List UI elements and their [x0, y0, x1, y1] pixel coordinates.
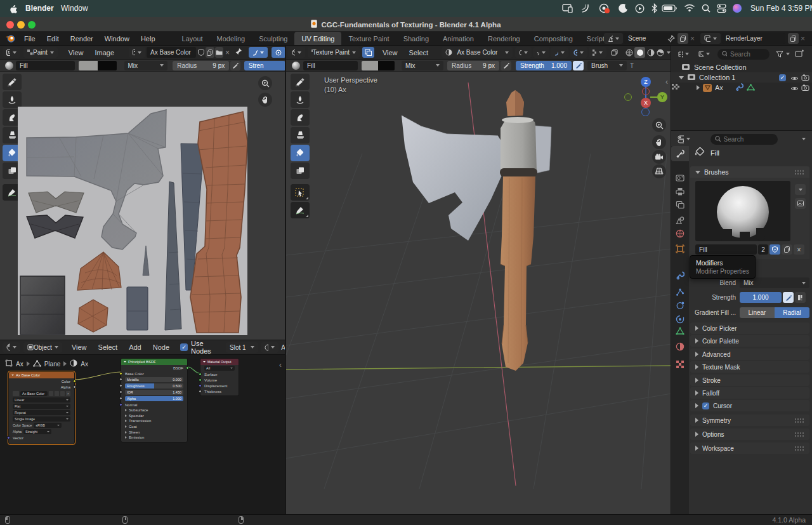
snap-toggle-clipped[interactable]	[272, 47, 285, 58]
outliner-row-ax-object[interactable]: Ax	[671, 83, 812, 93]
copy-scene-button[interactable]	[678, 33, 688, 44]
shading-rendered-button[interactable]	[656, 47, 671, 58]
coat-section[interactable]: Coat	[129, 425, 137, 429]
vp-brush-menu-dropdown[interactable]: Brush	[587, 61, 627, 70]
collection-checkbox[interactable]: ✓	[779, 74, 786, 81]
tab-scene[interactable]	[676, 216, 684, 225]
vp-tool-smear[interactable]	[291, 109, 310, 126]
shading-solid-button[interactable]	[634, 47, 645, 58]
uv-image-name-field[interactable]: Ax Base Color	[147, 47, 196, 58]
vp-tool-mask[interactable]	[291, 163, 310, 179]
uv-zoom-button[interactable]	[258, 76, 272, 90]
object-hide-eye-icon[interactable]	[790, 85, 799, 93]
vp-tool-fill[interactable]	[291, 145, 310, 161]
uv-texture-image[interactable]	[18, 107, 247, 335]
brush-preview-image-button[interactable]	[795, 198, 806, 209]
outliner-search-input[interactable]	[730, 51, 765, 58]
wifi-status-icon[interactable]	[684, 4, 695, 13]
menubar-clock[interactable]: Sun Feb 4 3:59 PM	[750, 4, 812, 13]
shader-type-dropdown[interactable]: Object	[23, 342, 62, 353]
viewport-canvas[interactable]	[286, 72, 671, 514]
secondary-color-swatch[interactable]	[98, 61, 117, 70]
display-status-icon[interactable]	[562, 4, 573, 14]
panel-workspace[interactable]: Workspace	[690, 442, 809, 454]
airdrop-status-icon[interactable]	[580, 3, 591, 15]
sheen-section[interactable]: Sheen	[129, 430, 140, 434]
tab-material[interactable]	[676, 342, 684, 351]
vp-tool-soften[interactable]	[291, 91, 310, 108]
focus-moon-icon[interactable]	[619, 3, 629, 15]
vp-brush-name-field[interactable]: Fill	[303, 61, 358, 70]
fake-user-icon[interactable]	[197, 47, 205, 58]
vp-blend-dropdown[interactable]: Mix	[402, 61, 443, 70]
collection-hide-eye-icon[interactable]	[790, 75, 799, 83]
tab-animation[interactable]: Animation	[436, 32, 481, 45]
gizmo-axis-neg-x[interactable]	[642, 88, 650, 95]
gizmo-axis-neg-z[interactable]	[641, 108, 650, 116]
shading-wireframe-button[interactable]	[624, 47, 634, 58]
vp-secondary-color-swatch[interactable]	[378, 61, 395, 70]
new-image-button[interactable]	[206, 47, 214, 58]
blender-logo-icon[interactable]	[5, 34, 16, 44]
vp-tool-annotate[interactable]	[291, 202, 310, 218]
gizmo-axis-neg-y[interactable]	[624, 93, 632, 101]
tab-sculpting[interactable]: Sculpting	[252, 32, 294, 45]
outliner-display-mode-dropdown[interactable]	[674, 49, 693, 60]
apple-menu-icon[interactable]	[9, 4, 18, 15]
menu-window[interactable]: Window	[99, 32, 135, 45]
object-modifier-icon[interactable]	[735, 83, 743, 92]
viewport-menu-select[interactable]: Select	[403, 46, 435, 59]
properties-search-input[interactable]	[724, 136, 773, 143]
output-target-dropdown[interactable]: All	[204, 366, 235, 371]
normal-input-socket[interactable]	[119, 403, 122, 406]
menu-help[interactable]: Help	[135, 32, 161, 45]
projection-dropdown[interactable]: Flat	[13, 404, 70, 409]
tab-layout[interactable]: Layout	[175, 32, 210, 45]
scene-name-field[interactable]: Scene	[624, 33, 672, 44]
material-output-node[interactable]: Material Output All Surface Volume Displ…	[200, 358, 239, 396]
vp-brush-preview-icon[interactable]	[292, 62, 300, 70]
material-browse-button[interactable]	[261, 342, 278, 353]
viewport-sidebar-collapse[interactable]: ‹	[665, 77, 668, 86]
tab-tool[interactable]	[676, 149, 684, 158]
shader-menu-view[interactable]: View	[66, 340, 93, 354]
image-unlink-mini[interactable]: ×	[66, 391, 70, 396]
object-expand-icon[interactable]	[697, 85, 700, 90]
new-collection-button[interactable]	[795, 50, 804, 58]
shader-menu-node[interactable]: Node	[147, 340, 175, 354]
tab-physics[interactable]	[676, 301, 684, 310]
brush-duplicate-button[interactable]	[782, 244, 792, 255]
scene-type-dropdown[interactable]	[604, 33, 623, 44]
gradient-radial-button[interactable]: Radial	[775, 307, 809, 318]
tab-texture-paint[interactable]: Texture Paint	[341, 32, 396, 45]
uv-pan-button[interactable]	[258, 93, 272, 107]
material-slot-dropdown[interactable]: Slot 1	[226, 342, 258, 353]
vp-primary-color-swatch[interactable]	[362, 61, 378, 70]
spray-options-dropdown[interactable]	[533, 47, 549, 58]
tab-particles[interactable]	[676, 287, 684, 296]
texture-slot-view-icon[interactable]	[362, 47, 374, 58]
panel-advanced[interactable]: Advanced	[690, 349, 809, 360]
texture-mask-dropdown[interactable]	[589, 47, 606, 58]
viewlayer-name-field[interactable]: RenderLayer	[722, 33, 785, 44]
tab-modifiers[interactable]	[676, 271, 684, 280]
transmission-section[interactable]: Transmission	[129, 419, 151, 423]
menu-render[interactable]: Render	[65, 32, 99, 45]
tab-constraints[interactable]	[676, 315, 684, 324]
viewport-menu-view[interactable]: View	[377, 46, 403, 59]
uv-menu-image[interactable]: Image	[89, 46, 120, 59]
play-status-icon[interactable]	[635, 4, 645, 15]
roughness-slider[interactable]: Roughness0.500	[125, 383, 183, 389]
spotlight-search-icon[interactable]	[702, 4, 710, 14]
panel-symmetry[interactable]: Symmetry	[690, 415, 809, 426]
uv-image-browse-button[interactable]	[129, 47, 145, 58]
blend-dropdown[interactable]: Mix	[740, 277, 809, 288]
object-data-icon[interactable]	[747, 84, 755, 92]
gizmo-axis-x[interactable]: X	[641, 98, 651, 108]
outliner-filter-type-dropdown[interactable]	[695, 49, 714, 60]
shader-menu-add[interactable]: Add	[123, 340, 147, 354]
surface-input-socket[interactable]	[199, 373, 202, 376]
uv-radius-slider[interactable]: Radius9 px	[173, 61, 229, 70]
copy-attributes-icon[interactable]	[609, 47, 620, 58]
tool-soften[interactable]	[3, 91, 22, 108]
